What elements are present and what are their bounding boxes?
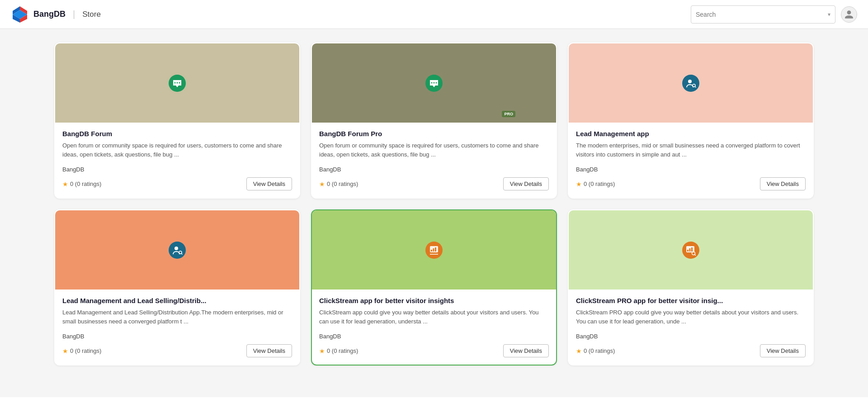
card-author: BangDB <box>319 333 549 340</box>
footer: BangDB SolutionsSupportCompanyLegal <box>0 397 868 413</box>
card-image <box>55 210 299 290</box>
card-footer: ★ 0 (0 ratings) View Details <box>62 344 292 359</box>
card-body: BangDB Forum Open forum or community spa… <box>55 123 299 198</box>
card-icon <box>418 67 450 99</box>
rating-value: 0 (0 ratings) <box>584 180 615 187</box>
bangdb-logo-icon <box>11 5 29 24</box>
card-footer: ★ 0 (0 ratings) View Details <box>319 344 549 359</box>
card-title: ClickStream PRO app for better visitor i… <box>576 297 806 304</box>
card-title: Lead Management and Lead Selling/Distrib… <box>62 297 292 304</box>
card-footer: ★ 0 (0 ratings) View Details <box>576 344 806 359</box>
card-author: BangDB <box>319 166 549 173</box>
svg-point-17 <box>169 242 186 259</box>
card-description: ClickStream app could give you way bette… <box>319 308 549 328</box>
svg-point-11 <box>434 82 435 83</box>
view-details-button[interactable]: View Details <box>246 344 292 357</box>
view-details-button[interactable]: View Details <box>503 177 549 190</box>
svg-point-14 <box>688 80 692 83</box>
card-body: Lead Management and Lead Selling/Distrib… <box>55 290 299 365</box>
rating-value: 0 (0 ratings) <box>327 347 358 354</box>
rating-value: 0 (0 ratings) <box>70 180 101 187</box>
card-bangdb-forum: BangDB Forum Open forum or community spa… <box>54 43 300 199</box>
card-description: Open forum or community space is require… <box>62 141 292 161</box>
chevron-down-icon: ▾ <box>828 11 830 18</box>
svg-point-12 <box>436 82 437 83</box>
card-clickstream-pro: ClickStream PRO app for better visitor i… <box>568 209 814 366</box>
card-description: The modern enterprises, mid or small bus… <box>576 141 806 161</box>
card-author: BangDB <box>62 333 292 340</box>
card-image: PRO <box>312 43 556 123</box>
svg-rect-29 <box>687 250 689 252</box>
user-icon <box>844 9 854 19</box>
search-input[interactable] <box>696 11 828 18</box>
view-details-button[interactable]: View Details <box>760 344 806 357</box>
card-lead-management: Lead Management app The modern enterpris… <box>568 43 814 199</box>
card-rating: ★ 0 (0 ratings) <box>576 347 615 355</box>
card-body: Lead Management app The modern enterpris… <box>569 123 813 198</box>
svg-point-6 <box>175 82 176 83</box>
card-image <box>312 210 556 290</box>
card-title: Lead Management app <box>576 130 806 138</box>
svg-rect-25 <box>435 247 436 252</box>
main-content: BangDB Forum Open forum or community spa… <box>0 29 868 379</box>
card-bangdb-forum-pro: PRO BangDB Forum Pro Open forum or commu… <box>311 43 557 199</box>
search-container[interactable]: ▾ <box>691 5 835 24</box>
card-clickstream: ClickStream app for better visitor insig… <box>311 209 557 366</box>
card-rating: ★ 0 (0 ratings) <box>319 180 358 188</box>
card-author: BangDB <box>62 166 292 173</box>
card-rating: ★ 0 (0 ratings) <box>62 180 101 188</box>
svg-point-13 <box>682 75 699 92</box>
card-body: ClickStream app for better visitor insig… <box>312 290 556 365</box>
card-description: Lead Management and Lead Selling/Distrib… <box>62 308 292 328</box>
card-rating: ★ 0 (0 ratings) <box>576 180 615 188</box>
svg-point-8 <box>179 82 180 83</box>
card-image <box>569 43 813 123</box>
svg-rect-24 <box>433 248 434 252</box>
card-title: BangDB Forum <box>62 130 292 138</box>
card-title: ClickStream app for better visitor insig… <box>319 297 549 304</box>
svg-point-10 <box>431 82 433 83</box>
rating-value: 0 (0 ratings) <box>327 180 358 187</box>
card-author: BangDB <box>576 166 806 173</box>
card-description: ClickStream PRO app could give you way b… <box>576 308 806 328</box>
star-icon: ★ <box>576 180 582 188</box>
card-icon <box>161 234 193 266</box>
header: BangDB | Store ▾ <box>0 0 868 29</box>
card-footer: ★ 0 (0 ratings) View Details <box>576 177 806 192</box>
brand-name: BangDB <box>33 9 66 19</box>
card-icon <box>161 67 193 99</box>
card-rating: ★ 0 (0 ratings) <box>62 347 101 355</box>
svg-point-18 <box>175 247 178 250</box>
star-icon: ★ <box>319 180 325 188</box>
svg-rect-23 <box>431 250 432 252</box>
card-icon <box>675 234 707 266</box>
svg-point-7 <box>177 82 178 83</box>
star-icon: ★ <box>62 180 68 188</box>
header-right: ▾ <box>691 5 857 24</box>
card-author: BangDB <box>576 333 806 340</box>
card-title: BangDB Forum Pro <box>319 130 549 138</box>
card-description: Open forum or community space is require… <box>319 141 549 161</box>
card-icon <box>675 67 707 99</box>
rating-value: 0 (0 ratings) <box>584 347 615 354</box>
view-details-button[interactable]: View Details <box>760 177 806 190</box>
star-icon: ★ <box>319 347 325 355</box>
card-image <box>569 210 813 290</box>
svg-rect-30 <box>689 248 691 252</box>
card-footer: ★ 0 (0 ratings) View Details <box>62 177 292 192</box>
view-details-button[interactable]: View Details <box>246 177 292 190</box>
user-avatar-button[interactable] <box>841 6 857 23</box>
store-label: Store <box>82 10 101 19</box>
card-rating: ★ 0 (0 ratings) <box>319 347 358 355</box>
star-icon: ★ <box>576 347 582 355</box>
view-details-button[interactable]: View Details <box>503 344 549 357</box>
card-body: ClickStream PRO app for better visitor i… <box>569 290 813 365</box>
card-footer: ★ 0 (0 ratings) View Details <box>319 177 549 192</box>
brand-separator: | <box>73 9 75 19</box>
card-icon <box>418 234 450 266</box>
header-left: BangDB | Store <box>11 5 101 24</box>
card-body: BangDB Forum Pro Open forum or community… <box>312 123 556 198</box>
card-image <box>55 43 299 123</box>
rating-value: 0 (0 ratings) <box>70 347 101 354</box>
svg-rect-31 <box>691 247 693 252</box>
